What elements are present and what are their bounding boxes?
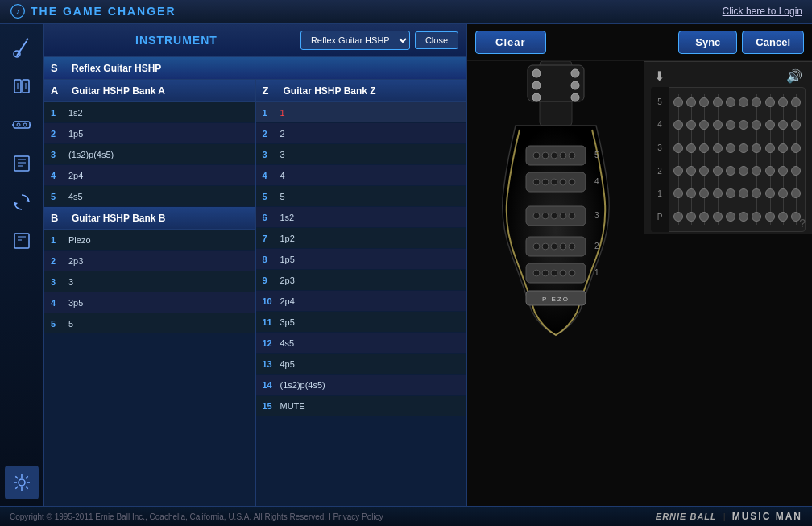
instrument-selector[interactable]: Reflex Guitar HSHP bbox=[300, 31, 410, 50]
fader-node[interactable] bbox=[739, 143, 748, 153]
fader-node[interactable] bbox=[699, 212, 709, 222]
fader-node[interactable] bbox=[778, 166, 788, 176]
fader-node[interactable] bbox=[726, 166, 735, 176]
fader-node[interactable] bbox=[791, 120, 801, 130]
fader-node[interactable] bbox=[765, 120, 775, 130]
fader-node[interactable] bbox=[699, 97, 709, 107]
fader-node[interactable] bbox=[726, 143, 735, 153]
fader-node[interactable] bbox=[778, 143, 788, 153]
fader-node[interactable] bbox=[699, 166, 709, 176]
table-row[interactable]: 4 2p4 bbox=[44, 165, 255, 186]
table-row[interactable]: 6 1s2 bbox=[256, 207, 467, 228]
fader-node[interactable] bbox=[713, 97, 723, 107]
sidebar-item-sync[interactable] bbox=[5, 185, 39, 219]
fader-node[interactable] bbox=[673, 188, 683, 198]
fader-node[interactable] bbox=[713, 120, 723, 130]
table-row[interactable]: 3 3 bbox=[256, 144, 467, 165]
table-row[interactable]: 12 4s5 bbox=[256, 333, 467, 354]
fader-node[interactable] bbox=[686, 188, 696, 198]
table-row[interactable]: 5 5 bbox=[44, 313, 255, 334]
table-row[interactable]: 3 (1s2)p(4s5) bbox=[44, 144, 255, 165]
fader-node[interactable] bbox=[791, 143, 801, 153]
table-row[interactable]: 9 2p3 bbox=[256, 270, 467, 291]
table-row[interactable]: 13 4p5 bbox=[256, 354, 467, 375]
fader-node[interactable] bbox=[699, 143, 709, 153]
fader-node[interactable] bbox=[726, 120, 735, 130]
fader-node[interactable] bbox=[739, 188, 748, 198]
fader-node[interactable] bbox=[686, 212, 696, 222]
sync-button[interactable]: Sync bbox=[678, 31, 737, 54]
fader-node[interactable] bbox=[673, 212, 683, 222]
fader-node[interactable] bbox=[699, 120, 709, 130]
fader-node[interactable] bbox=[713, 166, 723, 176]
table-row[interactable]: 1 1s2 bbox=[44, 102, 255, 123]
fader-node[interactable] bbox=[765, 166, 775, 176]
table-row[interactable]: 2 2p3 bbox=[44, 251, 255, 271]
table-row[interactable]: 15 MUTE bbox=[256, 396, 467, 416]
fader-node[interactable] bbox=[739, 120, 748, 130]
table-row[interactable]: 2 1p5 bbox=[44, 123, 255, 144]
fader-node[interactable] bbox=[791, 97, 801, 107]
fader-node[interactable] bbox=[713, 143, 723, 153]
sidebar-item-books[interactable] bbox=[5, 69, 39, 103]
table-row[interactable]: 10 2p4 bbox=[256, 291, 467, 312]
fader-node[interactable] bbox=[765, 188, 775, 198]
sidebar-item-book2[interactable] bbox=[5, 147, 39, 180]
fader-node[interactable] bbox=[778, 120, 788, 130]
fader-node[interactable] bbox=[778, 212, 788, 222]
fader-node[interactable] bbox=[726, 212, 735, 222]
clear-button[interactable]: Clear bbox=[475, 31, 546, 54]
fader-node[interactable] bbox=[726, 188, 735, 198]
fader-node[interactable] bbox=[752, 97, 761, 107]
fader-node[interactable] bbox=[713, 188, 723, 198]
fader-node[interactable] bbox=[726, 97, 735, 107]
fader-node[interactable] bbox=[673, 120, 683, 130]
fader-node[interactable] bbox=[752, 188, 761, 198]
table-row[interactable]: 4 3p5 bbox=[44, 292, 255, 313]
login-link[interactable]: Click here to Login bbox=[723, 6, 802, 17]
fader-node[interactable] bbox=[739, 97, 748, 107]
table-row[interactable]: 1 1 bbox=[256, 102, 467, 123]
fader-node[interactable] bbox=[765, 97, 775, 107]
close-button[interactable]: Close bbox=[415, 31, 458, 49]
table-row[interactable]: 3 3 bbox=[44, 271, 255, 292]
fader-node[interactable] bbox=[752, 212, 761, 222]
table-row[interactable]: 7 1p2 bbox=[256, 228, 467, 249]
fader-node[interactable] bbox=[752, 120, 761, 130]
fader-node[interactable] bbox=[778, 188, 788, 198]
sidebar-item-book3[interactable] bbox=[5, 224, 39, 258]
fader-node[interactable] bbox=[739, 166, 748, 176]
instrument-main-row[interactable]: S Reflex Guitar HSHP bbox=[44, 57, 466, 80]
fader-node[interactable] bbox=[673, 166, 683, 176]
table-row[interactable]: 5 4s5 bbox=[44, 186, 255, 207]
svg-point-49 bbox=[569, 213, 575, 219]
fader-node[interactable] bbox=[699, 188, 709, 198]
fader-node[interactable] bbox=[713, 212, 723, 222]
sidebar-item-settings[interactable] bbox=[5, 466, 39, 499]
fader-node[interactable] bbox=[686, 97, 696, 107]
fader-node[interactable] bbox=[686, 143, 696, 153]
table-row[interactable]: 2 2 bbox=[256, 123, 467, 144]
table-row[interactable]: 11 3p5 bbox=[256, 312, 467, 333]
svg-text:2: 2 bbox=[594, 242, 599, 251]
fader-node[interactable] bbox=[791, 166, 801, 176]
fader-node[interactable] bbox=[765, 143, 775, 153]
cancel-button[interactable]: Cancel bbox=[742, 31, 804, 54]
fader-node[interactable] bbox=[752, 166, 761, 176]
table-row[interactable]: 1 Plezo bbox=[44, 230, 255, 251]
fader-node[interactable] bbox=[673, 97, 683, 107]
table-row[interactable]: 4 4 bbox=[256, 165, 467, 186]
fader-node[interactable] bbox=[673, 143, 683, 153]
fader-node[interactable] bbox=[686, 166, 696, 176]
fader-node[interactable] bbox=[765, 212, 775, 222]
fader-node[interactable] bbox=[686, 120, 696, 130]
fader-node[interactable] bbox=[791, 188, 801, 198]
table-row[interactable]: 5 5 bbox=[256, 186, 467, 207]
fader-node[interactable] bbox=[778, 97, 788, 107]
fader-node[interactable] bbox=[739, 212, 748, 222]
table-row[interactable]: 14 (1s2)p(4s5) bbox=[256, 375, 467, 396]
table-row[interactable]: 8 1p5 bbox=[256, 249, 467, 270]
fader-node[interactable] bbox=[752, 143, 761, 153]
sidebar-item-pickup[interactable] bbox=[5, 108, 39, 142]
sidebar-item-guitar[interactable] bbox=[5, 31, 39, 64]
